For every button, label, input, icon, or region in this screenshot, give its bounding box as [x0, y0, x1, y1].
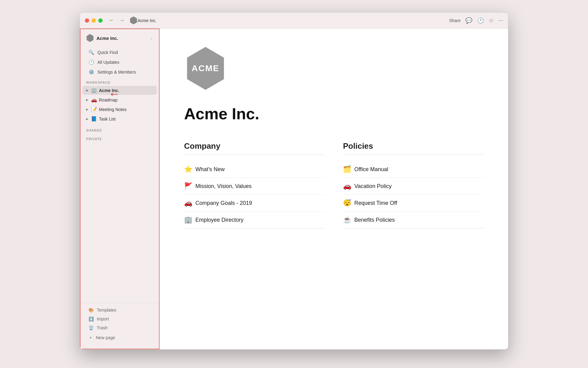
vacation-policy-label: Vacation Policy	[354, 183, 392, 190]
shared-section-label: SHARED	[80, 125, 159, 133]
meetingnotes-emoji-icon: 📝	[91, 106, 97, 112]
sidebar-bottom: 🎨 Templates ⬇️ Import 🗑️ Trash ＋ New pag…	[80, 303, 159, 346]
comment-button[interactable]: 💬	[466, 17, 472, 24]
policies-section: Policies 🗂️ Office Manual 🚗 Vacation Pol…	[343, 141, 484, 228]
request-time-off-label: Request Time Off	[354, 200, 397, 206]
sidebar-item-settings-label: Settings & Members	[97, 70, 136, 75]
acme-emoji-icon: 🏢	[91, 87, 97, 93]
two-col-layout: Company ⭐ What's New 🚩 Mission, Vision, …	[184, 141, 484, 228]
sidebar-item-tasklist-label: Task List	[99, 117, 115, 121]
tree-arrow-icon: ▶	[86, 98, 89, 102]
app-window: ← → Acme Inc. Share 💬 🕐 ☆ ··· Acme Inc. …	[80, 12, 508, 350]
link-employee-directory[interactable]: 🏢 Employee Directory	[184, 212, 325, 228]
link-whats-new[interactable]: ⭐ What's New	[184, 161, 325, 178]
company-heading: Company	[184, 141, 325, 155]
benefits-policies-label: Benefits Policies	[354, 217, 395, 223]
roadmap-emoji-icon: 🚗	[91, 97, 97, 103]
sidebar-item-templates-label: Templates	[97, 308, 116, 312]
company-goals-label: Company Goals - 2019	[195, 200, 252, 206]
sidebar-item-import[interactable]: ⬇️ Import	[82, 315, 157, 323]
sidebar-workspace-logo	[86, 34, 94, 42]
back-button[interactable]: ←	[107, 16, 115, 25]
sidebar-workspace-name: Acme Inc.	[96, 36, 148, 41]
page-logo-text: ACME	[192, 63, 219, 73]
sidebar-item-tasklist[interactable]: ▶ 📘 Task List	[82, 114, 157, 123]
flag-emoji-icon: 🚩	[184, 182, 192, 190]
search-icon: 🔍	[89, 50, 94, 55]
link-benefits-policies[interactable]: ☕ Benefits Policies	[343, 212, 484, 228]
settings-icon: ⚙️	[89, 69, 94, 75]
title-bar: ← → Acme Inc. Share 💬 🕐 ☆ ···	[80, 13, 508, 29]
link-request-time-off[interactable]: 😴 Request Time Off	[343, 195, 484, 212]
titlebar-title: Acme Inc.	[138, 18, 449, 23]
history-button[interactable]: 🕐	[477, 17, 484, 24]
plus-icon: ＋	[89, 335, 93, 340]
sidebar-top: Acme Inc. ⌄	[80, 32, 159, 48]
forward-button[interactable]: →	[118, 16, 126, 25]
sidebar-item-roadmap-label: Roadmap	[99, 98, 118, 102]
link-office-manual[interactable]: 🗂️ Office Manual	[343, 161, 484, 178]
sidebar: Acme Inc. ⌄ 🔍 Quick Find 🕐 All Updates ⚙…	[80, 29, 160, 349]
bookmark-button[interactable]: ☆	[489, 17, 494, 24]
tree-arrow-icon: ▶	[86, 108, 89, 111]
tree-arrow-icon: ▶	[86, 89, 89, 92]
sidebar-item-quickfind-label: Quick Find	[97, 50, 118, 55]
sidebar-item-quickfind[interactable]: 🔍 Quick Find	[82, 48, 157, 57]
sidebar-item-import-label: Import	[97, 316, 109, 321]
nav-buttons: ← →	[107, 16, 126, 25]
close-button[interactable]	[85, 18, 89, 23]
trash-icon: 🗑️	[89, 325, 94, 330]
sidebar-item-meetingnotes[interactable]: ▶ 📝 Meeting Notes	[82, 105, 157, 114]
workspace-row[interactable]: Acme Inc. ⌄	[84, 32, 156, 44]
tasklist-emoji-icon: 📘	[91, 116, 97, 122]
sidebar-item-settings[interactable]: ⚙️ Settings & Members	[82, 67, 157, 77]
private-section-label: PRIVATE	[80, 133, 159, 142]
link-mission[interactable]: 🚩 Mission, Vision, Values	[184, 178, 325, 195]
sidebar-item-trash[interactable]: 🗑️ Trash	[82, 324, 157, 332]
content-area: ACME Acme Inc. Company ⭐ What's New 🚩 Mi…	[160, 29, 508, 349]
new-page-label: New page	[96, 335, 115, 340]
whats-new-label: What's New	[195, 166, 224, 173]
workspace-logo-icon	[130, 17, 138, 25]
star-emoji-icon: ⭐	[184, 165, 192, 173]
sleepy-emoji-icon: 😴	[343, 199, 351, 207]
titlebar-actions: Share 💬 🕐 ☆ ···	[449, 17, 503, 24]
tree-arrow-icon: ▶	[86, 117, 89, 121]
chevron-down-icon: ⌄	[150, 36, 153, 40]
page-logo: ACME	[184, 47, 227, 90]
updates-icon: 🕐	[89, 59, 94, 65]
templates-icon: 🎨	[89, 308, 94, 312]
car-emoji-icon: 🚗	[184, 199, 192, 207]
sidebar-item-trash-label: Trash	[97, 325, 107, 330]
main-layout: Acme Inc. ⌄ 🔍 Quick Find 🕐 All Updates ⚙…	[80, 29, 508, 349]
sidebar-item-allupdates[interactable]: 🕐 All Updates	[82, 58, 157, 67]
building-emoji-icon: 🏢	[184, 216, 192, 224]
window-controls	[85, 18, 103, 23]
more-button[interactable]: ···	[499, 17, 503, 24]
new-page-button[interactable]: ＋ New page	[82, 332, 157, 343]
sidebar-item-acmeinc[interactable]: ▶ 🏢 Acme Inc.	[82, 86, 157, 95]
shared-section: SHARED PRIVATE	[80, 124, 159, 143]
maximize-button[interactable]	[98, 18, 103, 23]
minimize-button[interactable]	[92, 18, 96, 23]
share-button[interactable]: Share	[449, 18, 461, 23]
page-title: Acme Inc.	[184, 105, 484, 123]
office-manual-label: Office Manual	[354, 166, 388, 173]
sidebar-item-allupdates-label: All Updates	[97, 60, 119, 65]
company-section: Company ⭐ What's New 🚩 Mission, Vision, …	[184, 141, 325, 228]
sidebar-item-meetingnotes-label: Meeting Notes	[99, 107, 126, 112]
sidebar-item-acmeinc-label: Acme Inc.	[99, 88, 119, 93]
folder-emoji-icon: 🗂️	[343, 165, 351, 173]
policies-heading: Policies	[343, 141, 484, 155]
car2-emoji-icon: 🚗	[343, 182, 351, 190]
coffee-emoji-icon: ☕	[343, 216, 351, 224]
employee-directory-label: Employee Directory	[195, 217, 243, 223]
sidebar-item-templates[interactable]: 🎨 Templates	[82, 306, 157, 314]
import-icon: ⬇️	[89, 316, 94, 321]
workspace-section-label: WORKSPACE	[80, 77, 159, 86]
link-company-goals[interactable]: 🚗 Company Goals - 2019	[184, 195, 325, 212]
link-vacation-policy[interactable]: 🚗 Vacation Policy	[343, 178, 484, 195]
sidebar-item-roadmap[interactable]: ▶ 🚗 Roadmap	[82, 95, 157, 104]
mission-label: Mission, Vision, Values	[195, 183, 251, 190]
